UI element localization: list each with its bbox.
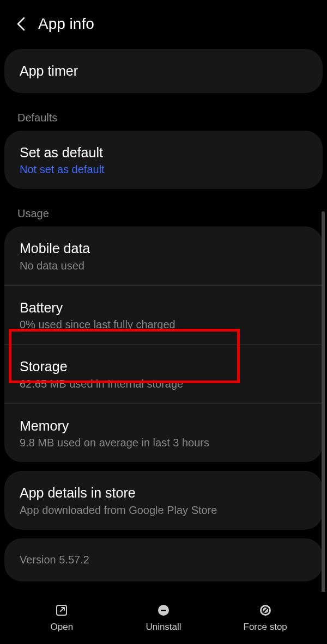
uninstall-label: Uninstall: [146, 622, 181, 633]
battery-title: Battery: [20, 299, 307, 317]
app-timer-title: App timer: [20, 62, 307, 80]
mobile-data-sub: No data used: [20, 260, 307, 272]
store-sub: App downloaded from Google Play Store: [20, 504, 307, 517]
mobile-data-item[interactable]: Mobile data No data used: [4, 226, 323, 286]
defaults-section-header: Defaults: [4, 102, 323, 131]
set-as-default-item[interactable]: Set as default Not set as default: [4, 131, 323, 189]
battery-item[interactable]: Battery 0% used since last fully charged: [4, 286, 323, 345]
set-default-title: Set as default: [20, 144, 307, 162]
app-timer-item[interactable]: App timer: [4, 49, 323, 93]
page-title: App info: [38, 15, 94, 33]
app-details-store-item[interactable]: App details in store App downloaded from…: [4, 471, 323, 530]
back-icon[interactable]: [15, 19, 26, 29]
svg-rect-2: [161, 610, 166, 611]
battery-sub: 0% used since last fully charged: [20, 318, 307, 331]
uninstall-icon: [156, 603, 171, 617]
uninstall-button[interactable]: Uninstall: [113, 603, 215, 633]
bottom-nav: Open Uninstall Force stop: [0, 592, 327, 644]
storage-sub: 62.65 MB used in Internal storage: [20, 378, 307, 390]
memory-sub: 9.8 MB used on average in last 3 hours: [20, 437, 307, 449]
open-label: Open: [51, 622, 74, 633]
scrollbar[interactable]: [322, 211, 325, 596]
memory-title: Memory: [20, 417, 307, 435]
version-text: Version 5.57.2: [4, 538, 323, 581]
set-default-sub: Not set as default: [20, 163, 307, 176]
mobile-data-title: Mobile data: [20, 240, 307, 257]
force-stop-icon: [258, 603, 272, 617]
storage-title: Storage: [20, 358, 307, 376]
force-stop-label: Force stop: [244, 622, 287, 633]
force-stop-button[interactable]: Force stop: [214, 603, 316, 633]
usage-section-header: Usage: [4, 198, 323, 226]
memory-item[interactable]: Memory 9.8 MB used on average in last 3 …: [4, 404, 323, 463]
open-button[interactable]: Open: [11, 603, 113, 633]
open-icon: [55, 603, 69, 617]
storage-item[interactable]: Storage 62.65 MB used in Internal storag…: [4, 345, 323, 404]
store-title: App details in store: [20, 484, 307, 502]
